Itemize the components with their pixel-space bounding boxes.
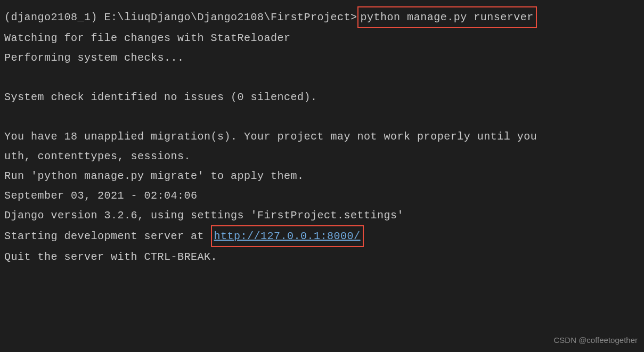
- blank-line: [4, 107, 640, 127]
- output-line: System check identified no issues (0 sil…: [4, 87, 640, 107]
- output-line-server: Starting development server at http://12…: [4, 225, 640, 247]
- output-line: uth, contenttypes, sessions.: [4, 146, 640, 166]
- output-line: You have 18 unapplied migration(s). Your…: [4, 127, 640, 146]
- server-url-link[interactable]: http://127.0.0.1:8000/: [214, 230, 361, 242]
- output-line: Run 'python manage.py migrate' to apply …: [4, 166, 640, 186]
- command-highlight: python manage.py runserver: [357, 6, 537, 28]
- prompt-line: (django2108_1) E:\liuqDjango\Django2108\…: [4, 6, 640, 28]
- command-text: python manage.py runserver: [361, 11, 534, 23]
- prompt-path: E:\liuqDjango\Django2108\FirstProject>: [104, 11, 357, 23]
- url-highlight: http://127.0.0.1:8000/: [211, 225, 364, 247]
- watermark: CSDN @coffeetogether: [553, 333, 638, 348]
- output-line: Performing system checks...: [4, 48, 640, 68]
- blank-line: [4, 68, 640, 87]
- output-line: Watching for file changes with StatReloa…: [4, 28, 640, 48]
- server-prefix: Starting development server at: [4, 230, 211, 242]
- env-name: (django2108_1): [4, 11, 104, 23]
- output-line: Django version 3.2.6, using settings 'Fi…: [4, 206, 640, 225]
- output-line: September 03, 2021 - 02:04:06: [4, 186, 640, 206]
- output-line: Quit the server with CTRL-BREAK.: [4, 247, 640, 267]
